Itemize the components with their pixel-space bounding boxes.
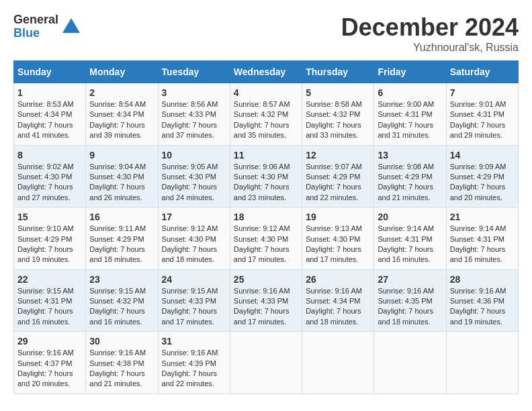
- logo-icon: [61, 17, 81, 37]
- sunset: Sunset: 4:31 PM: [450, 110, 504, 118]
- calendar-cell: 3 Sunrise: 8:56 AM Sunset: 4:33 PM Dayli…: [158, 83, 230, 146]
- sunrise: Sunrise: 9:00 AM: [378, 100, 434, 108]
- calendar-week-row: 22 Sunrise: 9:15 AM Sunset: 4:31 PM Dayl…: [14, 269, 519, 332]
- day-info: Sunrise: 9:09 AM Sunset: 4:29 PM Dayligh…: [450, 162, 515, 203]
- calendar-cell: 8 Sunrise: 9:02 AM Sunset: 4:30 PM Dayli…: [14, 145, 86, 208]
- sunrise: Sunrise: 9:14 AM: [450, 224, 506, 232]
- day-info: Sunrise: 9:10 AM Sunset: 4:29 PM Dayligh…: [17, 224, 82, 265]
- sunset: Sunset: 4:31 PM: [378, 235, 432, 243]
- sunset: Sunset: 4:32 PM: [89, 297, 144, 305]
- sunrise: Sunrise: 9:01 AM: [450, 100, 506, 108]
- day-number: 6: [378, 87, 442, 98]
- sunset: Sunset: 4:31 PM: [17, 297, 72, 305]
- calendar-cell: 25 Sunrise: 9:16 AM Sunset: 4:33 PM Dayl…: [230, 269, 302, 332]
- day-info: Sunrise: 9:16 AM Sunset: 4:33 PM Dayligh…: [234, 286, 298, 328]
- day-info: Sunrise: 9:11 AM Sunset: 4:29 PM Dayligh…: [89, 224, 154, 265]
- sunrise: Sunrise: 9:05 AM: [162, 163, 218, 171]
- daylight: Daylight: 7 hours and 41 minutes.: [17, 121, 73, 139]
- sunset: Sunset: 4:35 PM: [378, 297, 432, 305]
- day-number: 4: [234, 87, 298, 98]
- sunset: Sunset: 4:34 PM: [89, 110, 144, 118]
- day-info: Sunrise: 9:14 AM Sunset: 4:31 PM Dayligh…: [378, 224, 442, 265]
- sunset: Sunset: 4:34 PM: [17, 110, 72, 118]
- day-number: 5: [306, 87, 370, 98]
- daylight: Daylight: 7 hours and 26 minutes.: [89, 183, 145, 201]
- daylight: Daylight: 7 hours and 33 minutes.: [306, 121, 361, 139]
- sunrise: Sunrise: 9:16 AM: [162, 349, 218, 357]
- day-number: 20: [378, 212, 442, 222]
- calendar-header-row: SundayMondayTuesdayWednesdayThursdayFrid…: [14, 61, 519, 83]
- day-info: Sunrise: 9:16 AM Sunset: 4:35 PM Dayligh…: [378, 286, 442, 328]
- daylight: Daylight: 7 hours and 22 minutes.: [306, 183, 361, 201]
- daylight: Daylight: 7 hours and 20 minutes.: [17, 369, 73, 387]
- sunrise: Sunrise: 9:08 AM: [378, 163, 434, 171]
- sunrise: Sunrise: 8:54 AM: [89, 100, 146, 108]
- sunrise: Sunrise: 9:12 AM: [162, 224, 218, 232]
- day-info: Sunrise: 9:16 AM Sunset: 4:38 PM Dayligh…: [89, 348, 154, 390]
- sunrise: Sunrise: 9:16 AM: [17, 349, 74, 357]
- weekday-header: Thursday: [302, 61, 374, 83]
- daylight: Daylight: 7 hours and 35 minutes.: [234, 121, 290, 139]
- sunset: Sunset: 4:30 PM: [17, 173, 72, 181]
- sunrise: Sunrise: 9:16 AM: [450, 287, 506, 295]
- calendar-week-row: 8 Sunrise: 9:02 AM Sunset: 4:30 PM Dayli…: [14, 145, 519, 208]
- daylight: Daylight: 7 hours and 17 minutes.: [306, 245, 361, 263]
- day-number: 10: [162, 150, 226, 161]
- day-info: Sunrise: 9:12 AM Sunset: 4:30 PM Dayligh…: [234, 224, 298, 265]
- daylight: Daylight: 7 hours and 16 minutes.: [450, 245, 506, 263]
- day-number: 12: [306, 150, 370, 161]
- calendar-week-row: 29 Sunrise: 9:16 AM Sunset: 4:37 PM Dayl…: [14, 332, 519, 394]
- month-title: December 2024: [341, 13, 519, 42]
- calendar-cell: 6 Sunrise: 9:00 AM Sunset: 4:31 PM Dayli…: [374, 83, 446, 146]
- sunrise: Sunrise: 8:58 AM: [306, 100, 362, 108]
- sunset: Sunset: 4:33 PM: [234, 297, 288, 305]
- day-number: 15: [17, 212, 82, 222]
- logo-general: General: [13, 13, 58, 27]
- day-info: Sunrise: 9:16 AM Sunset: 4:37 PM Dayligh…: [17, 348, 82, 390]
- day-number: 8: [17, 150, 82, 161]
- daylight: Daylight: 7 hours and 31 minutes.: [378, 121, 433, 139]
- sunset: Sunset: 4:34 PM: [306, 297, 360, 305]
- calendar-cell: 29 Sunrise: 9:16 AM Sunset: 4:37 PM Dayl…: [14, 332, 86, 394]
- calendar-cell: [374, 332, 446, 394]
- day-info: Sunrise: 9:13 AM Sunset: 4:30 PM Dayligh…: [306, 224, 370, 265]
- calendar-cell: 24 Sunrise: 9:15 AM Sunset: 4:33 PM Dayl…: [158, 269, 230, 332]
- day-number: 7: [450, 87, 515, 98]
- day-info: Sunrise: 9:05 AM Sunset: 4:30 PM Dayligh…: [162, 162, 226, 203]
- calendar-cell: 15 Sunrise: 9:10 AM Sunset: 4:29 PM Dayl…: [14, 208, 86, 270]
- day-number: 22: [17, 274, 82, 285]
- calendar-cell: 4 Sunrise: 8:57 AM Sunset: 4:32 PM Dayli…: [230, 83, 302, 146]
- calendar-cell: 23 Sunrise: 9:15 AM Sunset: 4:32 PM Dayl…: [86, 269, 158, 332]
- calendar-cell: 18 Sunrise: 9:12 AM Sunset: 4:30 PM Dayl…: [230, 208, 302, 270]
- page-header: General Blue December 2024 Yuzhnoural'sk…: [13, 13, 519, 54]
- sunrise: Sunrise: 8:53 AM: [17, 100, 74, 108]
- sunset: Sunset: 4:30 PM: [162, 173, 216, 181]
- calendar-cell: 26 Sunrise: 9:16 AM Sunset: 4:34 PM Dayl…: [302, 269, 374, 332]
- day-number: 23: [89, 274, 154, 285]
- day-info: Sunrise: 9:15 AM Sunset: 4:32 PM Dayligh…: [89, 286, 154, 328]
- daylight: Daylight: 7 hours and 18 minutes.: [162, 245, 218, 263]
- day-info: Sunrise: 9:04 AM Sunset: 4:30 PM Dayligh…: [89, 162, 154, 203]
- daylight: Daylight: 7 hours and 20 minutes.: [450, 183, 506, 201]
- daylight: Daylight: 7 hours and 22 minutes.: [162, 369, 218, 387]
- calendar-cell: 13 Sunrise: 9:08 AM Sunset: 4:29 PM Dayl…: [374, 145, 446, 208]
- sunset: Sunset: 4:39 PM: [162, 359, 216, 367]
- svg-marker-0: [62, 18, 80, 33]
- sunrise: Sunrise: 9:09 AM: [450, 163, 506, 171]
- sunrise: Sunrise: 9:14 AM: [378, 224, 434, 232]
- weekday-header: Sunday: [14, 61, 86, 83]
- day-info: Sunrise: 9:07 AM Sunset: 4:29 PM Dayligh…: [306, 162, 370, 203]
- logo: General Blue: [13, 13, 81, 40]
- day-number: 17: [162, 212, 226, 222]
- day-info: Sunrise: 9:08 AM Sunset: 4:29 PM Dayligh…: [378, 162, 442, 203]
- calendar-week-row: 15 Sunrise: 9:10 AM Sunset: 4:29 PM Dayl…: [14, 208, 519, 270]
- day-number: 11: [234, 150, 298, 161]
- calendar-cell: 11 Sunrise: 9:06 AM Sunset: 4:30 PM Dayl…: [230, 145, 302, 208]
- calendar-cell: 5 Sunrise: 8:58 AM Sunset: 4:32 PM Dayli…: [302, 83, 374, 146]
- daylight: Daylight: 7 hours and 21 minutes.: [378, 183, 433, 201]
- calendar-cell: 31 Sunrise: 9:16 AM Sunset: 4:39 PM Dayl…: [158, 332, 230, 394]
- daylight: Daylight: 7 hours and 18 minutes.: [306, 307, 361, 325]
- calendar-cell: 28 Sunrise: 9:16 AM Sunset: 4:36 PM Dayl…: [446, 269, 518, 332]
- daylight: Daylight: 7 hours and 17 minutes.: [234, 307, 290, 325]
- daylight: Daylight: 7 hours and 18 minutes.: [378, 307, 433, 325]
